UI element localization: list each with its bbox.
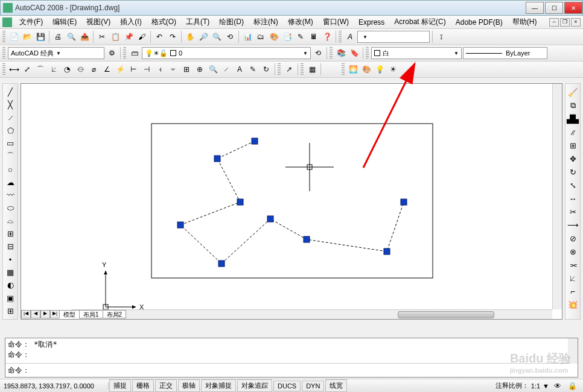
menu-adobe[interactable]: Adobe PDF(B) <box>451 17 508 28</box>
toolbar-grip[interactable] <box>342 63 345 75</box>
dim-tedit-icon[interactable]: ✎ <box>247 63 259 75</box>
dim-diameter-icon[interactable]: ⌀ <box>88 63 100 75</box>
calc-icon[interactable]: 🖩 <box>308 31 320 43</box>
jog-line-icon[interactable]: ⟋ <box>220 63 232 75</box>
menu-acrobat[interactable]: Acrobat 标记(C) <box>389 16 450 28</box>
toolbar-grip[interactable] <box>123 47 126 59</box>
toolpalette-icon[interactable]: 🎨 <box>268 31 280 43</box>
layer-iso-icon[interactable]: 🔖 <box>348 47 360 59</box>
vertical-scrollbar[interactable] <box>552 84 562 309</box>
break-icon[interactable]: ⊗ <box>567 245 579 258</box>
rectangle-icon[interactable]: ▭ <box>4 138 16 149</box>
anno-scale-value[interactable]: 1:1 <box>531 382 540 390</box>
fillet-icon[interactable]: ⌐ <box>567 285 579 297</box>
table-icon[interactable]: ⊞ <box>4 305 16 317</box>
dim-continue-icon[interactable]: ⊣ <box>141 63 153 75</box>
dim-update-icon[interactable]: ↻ <box>260 63 272 75</box>
grid-toggle[interactable]: 栅格 <box>132 379 154 392</box>
dim-space-icon[interactable]: ⫞ <box>154 63 166 75</box>
help-icon[interactable]: ❓ <box>321 31 333 43</box>
open-icon[interactable]: 📂 <box>21 31 33 43</box>
layout2-tab[interactable]: 布局2 <box>103 310 127 318</box>
revcloud-icon[interactable]: ☁ <box>4 177 16 188</box>
cmd-scrollbar[interactable] <box>568 338 578 364</box>
horizontal-scrollbar[interactable] <box>72 309 552 319</box>
render-icon[interactable]: 🌅 <box>347 63 359 75</box>
new-icon[interactable]: 📄 <box>8 31 20 43</box>
dim-style-icon[interactable]: ⟟ <box>435 31 447 43</box>
table-style-icon[interactable]: ▦ <box>306 63 318 75</box>
snap-toggle[interactable]: 捕捉 <box>109 379 131 392</box>
menu-tools[interactable]: 工具(T) <box>181 16 214 28</box>
ortho-toggle[interactable]: 正交 <box>155 379 177 392</box>
match-icon[interactable]: 🖌 <box>136 31 148 43</box>
point-icon[interactable]: • <box>4 254 16 265</box>
workspace-settings-icon[interactable]: ⚙ <box>106 47 118 59</box>
dim-radius-icon[interactable]: ◔ <box>61 63 73 75</box>
materials-icon[interactable]: 🎨 <box>360 63 372 75</box>
toolbar-grip[interactable] <box>301 63 304 75</box>
centermark-icon[interactable]: ⊕ <box>194 63 206 75</box>
trim-icon[interactable]: ✂ <box>567 206 579 218</box>
text-style-combo[interactable]: ▼ <box>357 31 430 43</box>
menu-dimension[interactable]: 标注(N) <box>249 16 283 28</box>
block-insert-icon[interactable]: ⊞ <box>4 228 16 239</box>
paste-icon[interactable]: 📌 <box>123 31 135 43</box>
zoom-prev-icon[interactable]: ⟲ <box>224 31 236 43</box>
layer-combo[interactable]: 💡 ☀ 🔓 0 ▼ <box>142 47 311 59</box>
dyn-toggle[interactable]: DYN <box>302 381 324 391</box>
polygon-icon[interactable]: ⬠ <box>4 125 16 136</box>
inspect-icon[interactable]: 🔍 <box>207 63 219 75</box>
mdi-close[interactable]: × <box>571 18 581 27</box>
sheet-icon[interactable]: 📑 <box>281 31 293 43</box>
scroll-thumb[interactable] <box>398 311 494 318</box>
save-icon[interactable]: 💾 <box>34 31 46 43</box>
layer-manager-icon[interactable]: 🗃 <box>129 47 141 59</box>
menu-edit[interactable]: 编辑(E) <box>48 16 81 28</box>
linetype-combo[interactable]: ByLayer <box>463 47 547 59</box>
dim-arc-icon[interactable]: ⌒ <box>34 63 46 75</box>
dim-quick-icon[interactable]: ⚡ <box>114 63 126 75</box>
toolbar-grip[interactable] <box>2 31 5 43</box>
model-tab[interactable]: 模型 <box>59 310 80 318</box>
cut-icon[interactable]: ✂ <box>96 31 108 43</box>
array-icon[interactable]: ⊞ <box>567 139 579 151</box>
hatch-icon[interactable]: ▦ <box>4 267 16 278</box>
block-create-icon[interactable]: ⊟ <box>4 241 16 252</box>
pan-icon[interactable]: ✋ <box>184 31 196 43</box>
menu-help[interactable]: 帮助(H) <box>508 16 542 28</box>
toolbar-grip[interactable] <box>366 47 369 59</box>
toolbar-grip[interactable] <box>339 31 342 43</box>
ellipse-icon[interactable]: ⬭ <box>4 202 16 213</box>
layer-prev-icon[interactable]: ⟲ <box>312 47 324 59</box>
explode-icon[interactable]: 💥 <box>567 299 579 311</box>
scale-icon[interactable]: ⤡ <box>567 179 579 191</box>
otrack-toggle[interactable]: 对象追踪 <box>237 379 272 392</box>
redo-icon[interactable]: ↷ <box>167 31 179 43</box>
region-icon[interactable]: ▣ <box>4 292 16 303</box>
menu-view[interactable]: 视图(V) <box>81 16 115 28</box>
move-icon[interactable]: ✥ <box>567 153 579 165</box>
rotate-icon[interactable]: ↻ <box>567 166 579 178</box>
light-icon[interactable]: 💡 <box>374 63 386 75</box>
toolbar-grip[interactable] <box>278 63 281 75</box>
menu-window[interactable]: 窗口(W) <box>318 16 354 28</box>
workspace-combo[interactable]: AutoCAD 经典▼ <box>8 47 104 59</box>
dim-edit-icon[interactable]: A <box>234 63 246 75</box>
line-icon[interactable]: ╱ <box>4 86 16 98</box>
close-button[interactable]: ✕ <box>564 2 582 14</box>
tab-next[interactable]: ▶ <box>40 310 50 318</box>
print-icon[interactable]: 🖨 <box>52 31 64 43</box>
toolbar-grip[interactable] <box>2 63 5 75</box>
zoom-win-icon[interactable]: 🔍 <box>211 31 223 43</box>
dim-angular-icon[interactable]: ∠ <box>101 63 113 75</box>
ellipse-arc-icon[interactable]: ⌓ <box>4 215 16 227</box>
toolbar-grip[interactable] <box>330 47 333 59</box>
ducs-toggle[interactable]: DUCS <box>273 381 301 391</box>
markup-icon[interactable]: ✎ <box>295 31 307 43</box>
erase-icon[interactable]: 🧹 <box>567 86 579 98</box>
mdi-restore[interactable]: ❐ <box>560 18 570 27</box>
toolbar-grip[interactable] <box>2 47 5 59</box>
chamfer-icon[interactable]: ⟀ <box>567 272 579 284</box>
color-combo[interactable]: 白 ▼ <box>371 47 462 59</box>
